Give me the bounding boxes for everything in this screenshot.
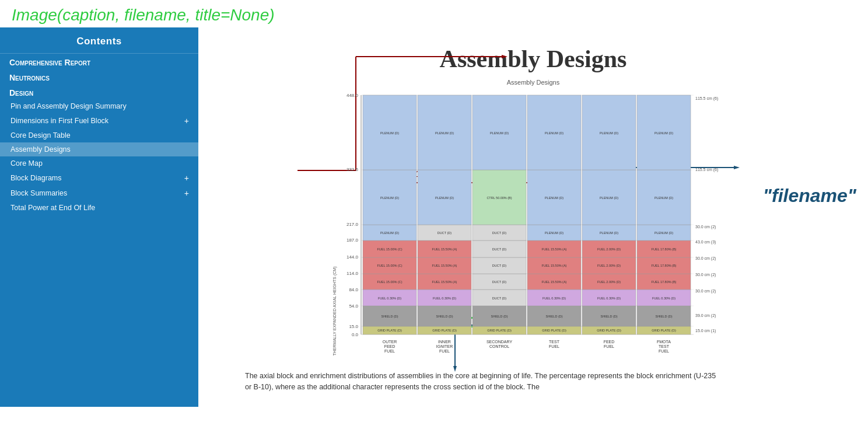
chart-area: THERMALLY EXPANDED AXIAL HEIGHTS (CM) xyxy=(329,89,737,360)
sidebar-item-neutronics[interactable]: Neutronics xyxy=(0,69,198,84)
col0-grid-plate-label: GRID PLATE (D) xyxy=(377,329,402,332)
col4-shield-label: SHIELD (D) xyxy=(600,315,617,318)
col0-fuel1500a-label: FUEL 15.00% (C) xyxy=(377,280,402,284)
sidebar-item-pin-assembly[interactable]: Pin and Assembly Design Summary xyxy=(0,99,198,113)
right-label-top: 115.5 cm (6) xyxy=(695,96,718,101)
col0-fuel1500b-label: FUEL 15.00% (C) xyxy=(377,264,402,267)
col4-xlabel: FEED xyxy=(604,340,615,344)
col2-xlabel: SECONDARY xyxy=(487,340,513,344)
col4-plenum-top-label: PLENUM (D) xyxy=(600,131,618,135)
sidebar-item-comprehensive-report[interactable]: Comprehensive Report xyxy=(0,54,198,69)
right-label-114: 30.0 cm (2) xyxy=(695,273,716,277)
col3-shield-label: SHIELD (D) xyxy=(545,315,562,318)
col1-plenum-mid-label: PLENUM (D) xyxy=(435,196,454,200)
col2-plenum-top-label: PLENUM (D) xyxy=(490,131,509,135)
col2-duct-c-label: DUCT (D) xyxy=(492,247,507,251)
col2-duct-030-label: DUCT (D) xyxy=(492,297,507,300)
col5-xlabel2: TEST xyxy=(659,344,670,348)
sidebar-label-core-design-table: Core Design Table xyxy=(10,131,71,139)
sidebar-item-design[interactable]: Design xyxy=(0,84,198,99)
col5-xlabel3: FUEL xyxy=(659,349,669,353)
right-label-gridplate: 15.0 cm (1) xyxy=(695,329,716,333)
main-layout: Contents Comprehensive Report Neutronics… xyxy=(0,27,868,407)
plus-icon-block-summaries: + xyxy=(184,189,189,198)
sidebar-item-core-design-table[interactable]: Core Design Table xyxy=(0,128,198,142)
col1-fuel030-label: FUEL 0.30% (D) xyxy=(433,297,456,300)
sidebar-label-core-map: Core Map xyxy=(10,159,43,168)
col3-plenum-top-label: PLENUM (D) xyxy=(545,131,564,135)
y-tick-217: 217.0 xyxy=(346,222,359,227)
sidebar-item-core-map[interactable]: Core Map xyxy=(0,156,198,170)
y-tick-84: 84.0 xyxy=(349,287,358,292)
col2-duct-a-label: DUCT (D) xyxy=(492,280,507,284)
col1-grid-plate-label: GRID PLATE (D) xyxy=(432,329,457,332)
col0-shield-label: SHIELD (D) xyxy=(381,315,398,318)
sidebar-item-assembly-designs[interactable]: Assembly Designs xyxy=(0,142,198,156)
y-tick-15: 15.0 xyxy=(349,324,358,329)
assembly-designs-chart: THERMALLY EXPANDED AXIAL HEIGHTS (CM) xyxy=(329,89,772,358)
col1-xlabel: INNER xyxy=(438,340,451,344)
y-tick-144: 144.0 xyxy=(346,254,359,260)
sidebar-label-assembly-designs: Assembly Designs xyxy=(10,145,71,154)
plus-icon-dimensions: + xyxy=(184,116,189,125)
sidebar-label-pin-assembly: Pin and Assembly Design Summary xyxy=(10,102,127,110)
col0-fuel1500c-label: FUEL 15.00% (C) xyxy=(377,247,402,251)
col5-plenum-low-label: PLENUM (D) xyxy=(654,231,673,235)
col3-fuel030-label: FUEL 0.30% (D) xyxy=(542,297,566,300)
right-label-mid: 115.5 cm (6) xyxy=(695,168,718,172)
y-tick-448: 448.0 xyxy=(346,93,359,98)
col5-grid-plate-label: GRID PLATE (D) xyxy=(652,329,676,332)
right-label-187: 43.0 cm (3) xyxy=(695,240,716,245)
y-tick-54: 54.0 xyxy=(349,304,358,309)
col4-fuel030-label: FUEL 0.30% (D) xyxy=(597,297,621,300)
col5-shield-label: SHIELD (D) xyxy=(655,315,672,318)
col4-fuel200c-label: FUEL 2.00% (D) xyxy=(597,247,621,251)
chart-subtitle: Assembly Designs xyxy=(210,79,856,86)
col4-xlabel2: FUEL xyxy=(604,344,614,348)
annotation-filename: "filename" xyxy=(763,185,856,207)
col4-plenum-mid-label: PLENUM (D) xyxy=(600,196,618,200)
col5-fuel1780b-label: FUEL 17.80% (B) xyxy=(652,264,677,267)
y-tick-187: 187.0 xyxy=(346,238,359,243)
sidebar-label-total-power: Total Power at End Of Life xyxy=(10,204,95,212)
col1-fuel1550c-label: FUEL 15.50% (A) xyxy=(432,247,457,251)
sidebar-header: Contents xyxy=(0,27,198,54)
right-label-shield: 39.0 cm (2) xyxy=(695,313,716,318)
col4-fuel200b-label: FUEL 2.00% (D) xyxy=(597,264,621,267)
col5-plenum-mid-label: PLENUM (D) xyxy=(654,196,673,200)
col3-fuel1550a-label: FUEL 15.50% (A) xyxy=(542,280,567,284)
col1-xlabel3: FUEL xyxy=(439,349,450,353)
col3-fuel1550c-label: FUEL 15.50% (A) xyxy=(542,247,567,251)
y-tick-114: 114.0 xyxy=(346,271,359,276)
sidebar-label-block-summaries: Block Summaries xyxy=(10,189,67,197)
sidebar-label-comprehensive-report: Comprehensive Report xyxy=(9,58,90,67)
col2-grid-plate-label: GRID PLATE (D) xyxy=(487,329,512,332)
col4-grid-plate-label: GRID PLATE (D) xyxy=(597,329,621,332)
right-label-84: 30.0 cm (2) xyxy=(695,289,716,294)
sidebar-item-block-diagrams[interactable]: Block Diagrams + xyxy=(0,170,198,186)
sidebar-item-total-power[interactable]: Total Power at End Of Life xyxy=(0,201,198,215)
col0-plenum-top-label: PLENUM (D) xyxy=(380,131,399,135)
col3-xlabel2: FUEL xyxy=(549,344,559,348)
col2-duct-b-label: DUCT (D) xyxy=(492,264,507,267)
col5-fuel1780a-label: FUEL 17.80% (B) xyxy=(652,280,677,284)
col2-xlabel2: CONTROL xyxy=(489,344,509,348)
col2-duct-low-label: DUCT (D) xyxy=(492,231,507,235)
sidebar-label-design: Design xyxy=(9,88,33,97)
sidebar-label-dimensions: Dimensions in First Fuel Block xyxy=(10,117,108,125)
col5-fuel030-label: FUEL 0.30% (D) xyxy=(652,297,676,300)
section-title: Assembly Designs xyxy=(440,45,627,73)
sidebar-item-block-summaries[interactable]: Block Summaries + xyxy=(0,186,198,201)
col0-fuel030-label: FUEL 0.30% (D) xyxy=(378,297,401,300)
plus-icon-block-diagrams: + xyxy=(184,173,189,183)
col3-xlabel: TEST xyxy=(549,340,560,344)
col3-plenum-mid-label: PLENUM (D) xyxy=(545,196,564,200)
right-label-144: 30.0 cm (2) xyxy=(695,256,716,261)
col0-plenum-mid-label: PLENUM (D) xyxy=(380,196,399,200)
sidebar: Contents Comprehensive Report Neutronics… xyxy=(0,27,198,407)
col1-fuel1550b-label: FUEL 15.50% (A) xyxy=(432,264,457,267)
sidebar-label-block-diagrams: Block Diagrams xyxy=(10,174,62,182)
col2-shield-label: SHIELD (D) xyxy=(491,315,508,318)
col0-plenum-low-label: PLENUM (D) xyxy=(380,231,399,235)
sidebar-item-dimensions[interactable]: Dimensions in First Fuel Block + xyxy=(0,113,198,128)
